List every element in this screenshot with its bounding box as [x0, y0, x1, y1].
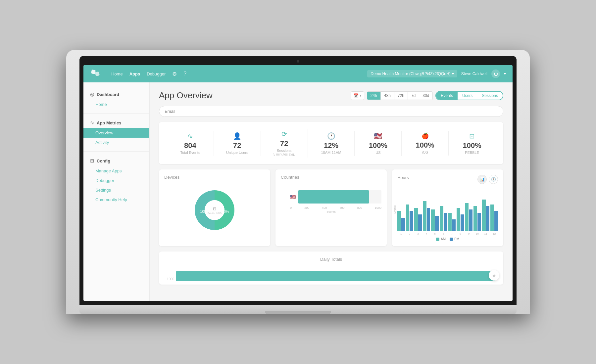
- countries-chart-card: Countries 🇺🇸: [275, 169, 387, 246]
- stats-card: ∿ 804 Total Events 👤 72 Unique Users ⟳ 7…: [159, 122, 503, 164]
- daily-y-axis-label: 1000: [167, 277, 174, 281]
- sidebar-section-appmetrics-label: App Metrics: [97, 120, 121, 125]
- power-button[interactable]: ⏻: [491, 69, 500, 78]
- calendar-button[interactable]: 📅 ‹: [351, 91, 364, 100]
- hours-bars: Events: [397, 188, 498, 231]
- type-btn-sessions[interactable]: Sessions: [477, 92, 503, 100]
- stat-ios-label: iOS: [404, 150, 446, 154]
- nav-debugger[interactable]: Debugger: [147, 71, 166, 76]
- sidebar-item-activity[interactable]: Activity: [83, 138, 149, 147]
- hour-label-1: 1: [397, 232, 405, 235]
- sidebar-item-manage-apps[interactable]: Manage Apps: [83, 166, 149, 176]
- floating-badge[interactable]: ★: [489, 270, 499, 281]
- hours-bar-toggle[interactable]: 📊: [477, 175, 487, 184]
- svg-text:⊡: ⊡: [213, 206, 216, 211]
- hour-bar-1: [397, 211, 405, 231]
- bar-axis-400: 400: [322, 206, 327, 209]
- hour-bar-6: [440, 206, 447, 231]
- bar-am-9: [465, 203, 469, 231]
- svg-rect-0: [91, 69, 96, 74]
- help-icon[interactable]: ?: [183, 71, 186, 77]
- bar-am-7: [448, 213, 452, 231]
- logo-icon: [90, 68, 101, 79]
- sidebar: ◎ Dashboard Home ∿ App Metrics Overview …: [83, 82, 150, 301]
- devices-chart-card: Devices 100%: [159, 169, 270, 246]
- countries-chart-title: Countries: [281, 175, 381, 180]
- events-icon: ∿: [170, 132, 211, 140]
- hour-bar-4: [423, 201, 430, 231]
- stat-peak-value: 12%: [311, 141, 352, 150]
- sidebar-section-config-label: Config: [97, 159, 110, 163]
- legend-pm-dot: [450, 238, 453, 241]
- app-selector-label: Demo Health Monitor (ChwgjRPi4Zx2fQQoH): [371, 71, 450, 76]
- hour-bar-2: [406, 205, 414, 231]
- bar-axis-0: 0: [290, 206, 292, 209]
- legend-am-dot: [436, 238, 439, 241]
- legend-pm: PM: [450, 237, 459, 241]
- bar-pm-8: [461, 214, 464, 231]
- flag-us-icon: 🇺🇸: [357, 132, 399, 140]
- stat-users-value: 72: [217, 141, 258, 150]
- type-buttons: Events Users Sessions: [435, 91, 503, 100]
- bar-am-1: [397, 211, 401, 231]
- hours-chart-header: Hours 📊 🕐: [397, 175, 498, 184]
- sidebar-item-community-help[interactable]: Community Help: [83, 195, 149, 205]
- user-menu[interactable]: Steve Caldwell: [461, 71, 487, 76]
- hour-bar-9: [465, 203, 473, 231]
- content-area: App Overview 📅 ‹ 24h 48h 72h 7d: [150, 82, 513, 301]
- sidebar-item-home[interactable]: Home: [83, 100, 149, 109]
- hours-clock-toggle[interactable]: 🕐: [489, 175, 498, 184]
- stat-ios: 🍎 100% iOS: [402, 131, 449, 156]
- appmetrics-section-icon: ∿: [90, 120, 94, 125]
- stat-sessions-value: 72: [264, 139, 305, 148]
- bar-axis-1000: 1000: [375, 206, 381, 209]
- stat-peak-hour: 🕐 12% 10AM-11AM: [308, 131, 355, 156]
- camera: [297, 60, 299, 63]
- stat-pebble-label: PEBBLE: [451, 151, 493, 155]
- hour-label-4: 4: [423, 232, 430, 235]
- calendar-icon: 📅: [354, 93, 359, 98]
- bar-am-2: [406, 205, 410, 231]
- hours-chart: Events: [397, 188, 498, 241]
- bar-pm-6: [444, 213, 447, 231]
- stat-sessions-sublabel: 5 minutes avg.: [264, 153, 305, 156]
- svg-text:Pebble / iOS: Pebble / iOS: [208, 212, 222, 215]
- hour-bar-12: [490, 205, 498, 231]
- app-selector-dropdown[interactable]: Demo Health Monitor (ChwgjRPi4Zx2fQQoH) …: [367, 70, 457, 77]
- laptop-screen: Home Apps Debugger ⚙ ? Demo Health Monit…: [83, 65, 513, 301]
- sidebar-item-settings[interactable]: Settings: [83, 185, 149, 195]
- type-btn-users[interactable]: Users: [458, 92, 477, 100]
- sidebar-item-overview[interactable]: Overview: [83, 128, 149, 138]
- type-btn-events[interactable]: Events: [436, 92, 458, 100]
- hours-chart-card: Hours 📊 🕐 Events: [392, 169, 503, 246]
- sidebar-section-config: ⊟ Config: [83, 156, 149, 166]
- time-btn-72h[interactable]: 72h: [394, 92, 408, 100]
- time-btn-7d[interactable]: 7d: [408, 92, 419, 100]
- bar-am-8: [457, 208, 460, 231]
- sidebar-divider-1: [83, 113, 149, 114]
- users-icon: 👤: [217, 132, 258, 140]
- sidebar-section-dashboard-label: Dashboard: [97, 92, 119, 97]
- stat-sessions: ⟳ 72 Sessions 5 minutes avg.: [261, 129, 308, 158]
- time-btn-48h[interactable]: 48h: [381, 92, 394, 100]
- nav-apps[interactable]: Apps: [129, 71, 140, 76]
- bar-axis-800: 800: [357, 206, 362, 209]
- devices-donut-svg: 100% 100% ⊡ Pebble / iOS: [190, 185, 239, 235]
- hours-legend: AM PM: [397, 237, 498, 241]
- email-search-input[interactable]: [159, 106, 503, 117]
- sidebar-item-debugger[interactable]: Debugger: [83, 176, 149, 185]
- time-btn-24h[interactable]: 24h: [367, 92, 381, 100]
- hour-bar-10: [473, 206, 481, 231]
- legend-am-label: AM: [441, 237, 446, 241]
- settings-icon[interactable]: ⚙: [172, 71, 177, 77]
- us-flag-icon: 🇺🇸: [290, 194, 296, 200]
- bar-am-6: [440, 206, 443, 231]
- bar-am-5: [431, 209, 435, 231]
- daily-totals-title: Daily Totals: [164, 257, 498, 262]
- screen-bezel: Home Apps Debugger ⚙ ? Demo Health Monit…: [79, 56, 517, 305]
- nav-home[interactable]: Home: [111, 71, 123, 76]
- time-btn-30d[interactable]: 30d: [419, 92, 432, 100]
- header-controls: 📅 ‹ 24h 48h 72h 7d 30d Even: [351, 91, 503, 100]
- bar-pm-2: [410, 211, 413, 231]
- sidebar-section-dashboard: ◎ Dashboard: [83, 89, 149, 100]
